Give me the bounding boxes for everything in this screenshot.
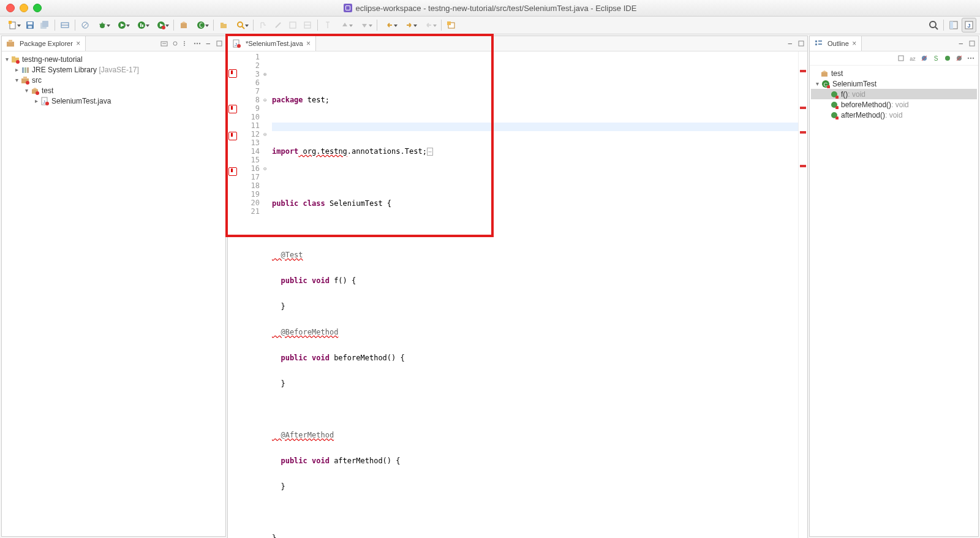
debug-button[interactable] bbox=[93, 18, 111, 32]
svg-rect-3 bbox=[28, 22, 32, 25]
outline-tab[interactable]: Outline × bbox=[810, 36, 862, 51]
svg-marker-67 bbox=[32, 88, 38, 89]
open-type-button[interactable] bbox=[217, 18, 230, 32]
minimize-window-button[interactable] bbox=[20, 4, 28, 12]
svg-rect-19 bbox=[142, 25, 143, 27]
error-marker-icon[interactable] bbox=[228, 105, 237, 113]
svg-rect-58 bbox=[12, 56, 15, 58]
open-perspective-button[interactable] bbox=[947, 18, 960, 32]
focus-button[interactable] bbox=[896, 53, 906, 63]
svg-rect-23 bbox=[181, 23, 187, 28]
skip-button[interactable] bbox=[78, 18, 92, 32]
pin-button[interactable] bbox=[321, 18, 334, 32]
package-tree[interactable]: ▾testng-new-tutorial ▸JRE System Library… bbox=[2, 51, 225, 536]
outline-tree[interactable]: test ▾CSeleniumTest f() : void beforeMet… bbox=[810, 66, 978, 536]
method-icon bbox=[829, 110, 839, 120]
minimize-pane-button[interactable]: ‒ bbox=[785, 39, 795, 48]
new-package-button[interactable] bbox=[177, 18, 190, 32]
svg-rect-56 bbox=[217, 41, 222, 46]
new-class-button[interactable]: C bbox=[192, 18, 210, 32]
close-icon[interactable]: × bbox=[306, 40, 312, 47]
zoom-window-button[interactable] bbox=[33, 4, 42, 12]
collapse-all-button[interactable] bbox=[159, 39, 169, 48]
toggle-mark-button[interactable] bbox=[257, 18, 270, 32]
svg-point-71 bbox=[45, 102, 49, 105]
new-testng-button[interactable] bbox=[445, 18, 458, 32]
coverage-button[interactable] bbox=[132, 18, 151, 32]
svg-point-29 bbox=[238, 22, 243, 27]
close-icon[interactable]: × bbox=[851, 40, 858, 47]
svg-rect-1 bbox=[9, 21, 12, 24]
java-perspective-button[interactable]: J bbox=[962, 18, 976, 32]
edit-button-3[interactable] bbox=[301, 18, 314, 32]
project-icon bbox=[10, 55, 20, 64]
expand-toggle[interactable]: ▾ bbox=[23, 87, 30, 94]
svg-rect-93 bbox=[970, 41, 974, 46]
center-column: J *SeleniumTest.java × ‒ bbox=[227, 36, 808, 537]
save-button[interactable] bbox=[23, 18, 37, 32]
svg-point-11 bbox=[100, 23, 105, 28]
file-label: SeleniumTest.java bbox=[51, 97, 111, 105]
outline-method: f() bbox=[841, 90, 848, 99]
link-editor-button[interactable] bbox=[170, 39, 180, 48]
expand-toggle[interactable]: ▸ bbox=[32, 97, 40, 104]
svg-marker-36 bbox=[342, 23, 347, 26]
editor-body[interactable]: 1236789101112131415161718192021 ⊕ ⊖ ⊖ ⊖ … bbox=[228, 51, 807, 538]
toggle-breadcrumb-button[interactable] bbox=[58, 18, 72, 32]
hide-nonpublic-button[interactable] bbox=[943, 53, 952, 63]
expand-toggle[interactable]: ▾ bbox=[13, 77, 20, 83]
edit-button-2[interactable] bbox=[286, 18, 300, 32]
maximize-pane-button[interactable] bbox=[967, 39, 977, 48]
save-all-button[interactable] bbox=[38, 18, 51, 32]
error-marker-icon[interactable] bbox=[228, 69, 237, 78]
close-window-button[interactable] bbox=[6, 4, 15, 12]
outline-package: test bbox=[831, 69, 843, 78]
global-search-button[interactable] bbox=[927, 18, 940, 32]
run-last-button[interactable] bbox=[152, 18, 170, 32]
maximize-pane-button[interactable] bbox=[796, 39, 806, 48]
filters-button[interactable] bbox=[181, 39, 191, 48]
minimize-pane-button[interactable]: ‒ bbox=[203, 39, 213, 48]
window-controls bbox=[0, 4, 42, 12]
jre-label: JRE System Library bbox=[32, 66, 97, 74]
back-button[interactable] bbox=[380, 18, 399, 32]
view-menu-button[interactable] bbox=[192, 39, 202, 48]
run-button[interactable] bbox=[113, 18, 131, 32]
expand-toggle[interactable]: ▾ bbox=[3, 56, 10, 63]
fold-bar[interactable]: ⊕ ⊖ ⊖ ⊖ bbox=[263, 51, 270, 538]
hide-local-button[interactable] bbox=[954, 53, 964, 63]
minimize-pane-button[interactable]: ‒ bbox=[956, 39, 966, 48]
error-marker-icon[interactable] bbox=[228, 132, 237, 140]
forward-button[interactable] bbox=[400, 18, 418, 32]
code-area[interactable]: package test; import org.testng.annotati… bbox=[270, 51, 798, 538]
overview-ruler[interactable] bbox=[798, 51, 807, 538]
svg-rect-89 bbox=[815, 40, 817, 42]
svg-line-41 bbox=[935, 27, 938, 29]
hide-static-button[interactable]: S bbox=[931, 53, 941, 63]
maximize-pane-button[interactable] bbox=[214, 39, 224, 48]
package-explorer-tab[interactable]: Package Explorer × bbox=[2, 36, 86, 51]
prev-annotation-button[interactable] bbox=[355, 18, 374, 32]
last-edit-button[interactable] bbox=[420, 18, 438, 32]
workbench-body: Package Explorer × ‒ ▾testng-new-tutoria… bbox=[0, 34, 980, 538]
next-annotation-button[interactable] bbox=[336, 18, 354, 32]
view-menu-button[interactable] bbox=[966, 53, 976, 63]
outline-header: Outline × ‒ bbox=[810, 36, 978, 51]
editor-tab[interactable]: J *SeleniumTest.java × bbox=[228, 36, 316, 51]
svg-point-51 bbox=[184, 43, 185, 44]
package-explorer-icon bbox=[6, 39, 15, 48]
edit-button-1[interactable] bbox=[271, 18, 285, 32]
new-button[interactable] bbox=[4, 18, 22, 32]
expand-toggle[interactable]: ▸ bbox=[13, 66, 20, 73]
close-icon[interactable]: × bbox=[75, 40, 81, 47]
svg-rect-28 bbox=[221, 23, 224, 25]
expand-toggle[interactable]: ▾ bbox=[813, 80, 821, 87]
java-file-icon: J bbox=[232, 39, 241, 48]
outline-toolbar: az S bbox=[810, 51, 978, 66]
hide-fields-button[interactable] bbox=[919, 53, 929, 63]
sort-button[interactable]: az bbox=[908, 53, 918, 63]
outline-pane: Outline × ‒ az S test ▾CSeleniumTest bbox=[809, 36, 979, 537]
error-marker-icon[interactable] bbox=[228, 167, 237, 176]
method-icon bbox=[829, 100, 839, 110]
search-button[interactable] bbox=[232, 18, 250, 32]
